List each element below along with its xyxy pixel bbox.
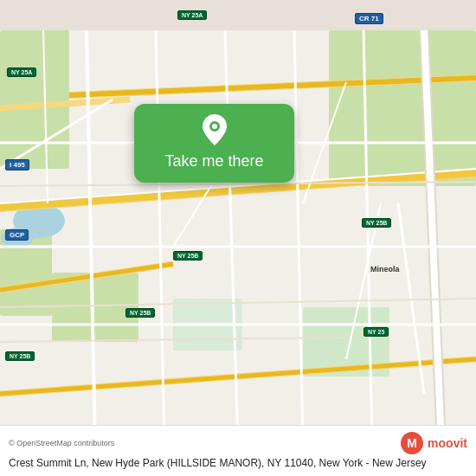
svg-rect-2 <box>329 30 476 186</box>
moovit-text-label: moovit <box>428 436 467 450</box>
take-me-there-button[interactable]: Take me there <box>134 104 294 183</box>
svg-text:M: M <box>407 436 417 450</box>
svg-point-39 <box>212 124 217 129</box>
copyright-text: © OpenStreetMap contributors <box>9 439 114 447</box>
shield-cr71: CR 71 <box>355 13 383 24</box>
map-container: NY 25A CR 71 NY 25A I 495 GCP NY 25B NY … <box>0 0 476 476</box>
shield-ny25b-btm2: NY 25B <box>5 351 35 361</box>
moovit-icon: M <box>400 431 424 455</box>
shield-ny25b-right: NY 25B <box>362 218 391 228</box>
bottom-bar: © OpenStreetMap contributors M moovit Cr… <box>0 425 476 476</box>
address-text: Crest Summit Ln, New Hyde Park (HILLSIDE… <box>9 457 467 469</box>
shield-ny25-bottom: NY 25 <box>363 327 389 337</box>
shield-ny25a-left: NY 25A <box>7 68 36 77</box>
moovit-logo: M moovit <box>400 431 467 455</box>
map-pin-icon <box>203 114 227 145</box>
shield-ny25a-top: NY 25A <box>177 10 207 20</box>
shield-i495: I 495 <box>5 159 29 170</box>
mineola-label: Mineola <box>368 264 402 274</box>
shield-ny25b-mid: NY 25B <box>173 251 203 261</box>
shield-gcp: GCP <box>5 229 29 241</box>
shield-ny25b-left: NY 25B <box>125 308 155 318</box>
take-me-there-label: Take me there <box>164 152 263 170</box>
